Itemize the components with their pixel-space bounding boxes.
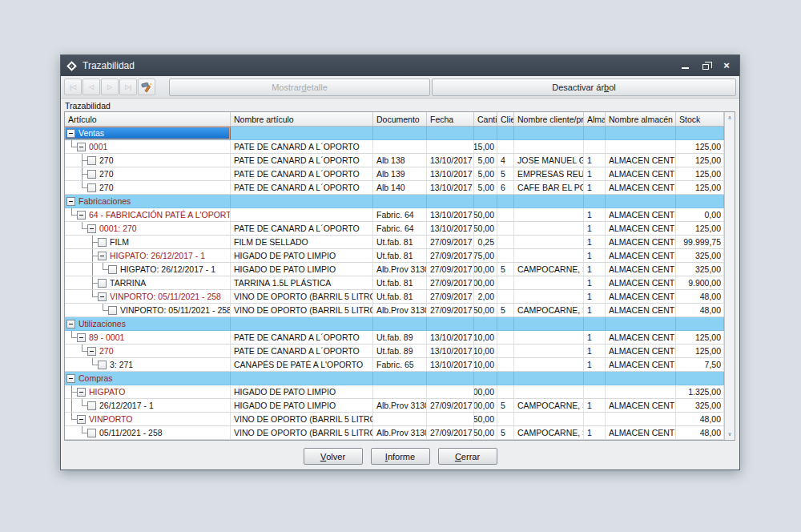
collapse-box-icon[interactable] bbox=[66, 197, 75, 206]
desactivar-arbol-button[interactable]: Desactivar árbol bbox=[432, 79, 736, 96]
table-row[interactable]: VINPORTOVINO DE OPORTO (BARRIL 5 LITROS)… bbox=[65, 413, 724, 426]
row-label: 0001: 270 bbox=[99, 222, 137, 235]
collapse-box-icon[interactable] bbox=[87, 347, 96, 356]
collapse-box-icon[interactable] bbox=[77, 211, 86, 220]
table-row[interactable]: VINPORTO: 05/11/2021 - 258VINO DE OPORTO… bbox=[65, 304, 724, 317]
table-row[interactable]: HIGPATOHIGADO DE PATO LIMPIO500,001.325,… bbox=[65, 385, 724, 399]
collapse-box-icon[interactable] bbox=[77, 143, 86, 151]
cell-fecha: 27/09/2017 bbox=[427, 290, 474, 303]
table-row[interactable]: 64 - FABRICACIÓN PATÉ A L'OPORTOFabric. … bbox=[65, 208, 724, 222]
articulo-cell: TARRINA bbox=[65, 276, 231, 289]
tree-line bbox=[66, 236, 77, 248]
collapse-box-icon[interactable] bbox=[77, 388, 86, 397]
table-row[interactable]: 270PATE DE CANARD A L´OPORTOUt.fab. 8913… bbox=[65, 345, 724, 358]
column-header-nombre_cliente[interactable]: Nombre cliente/prov bbox=[514, 112, 584, 126]
cell-fecha: 27/09/2017 bbox=[427, 249, 474, 262]
table-row[interactable]: 0001: 270PATE DE CANARD A L´OPORTOFabric… bbox=[65, 222, 724, 236]
collapse-box-icon[interactable] bbox=[98, 252, 107, 260]
table-row[interactable]: 3: 271CANAPÉS DE PATÉ A L'OPORTOFabric. … bbox=[65, 358, 724, 372]
articulo-cell: 270 bbox=[65, 181, 231, 194]
scroll-up-icon[interactable]: ∧ bbox=[725, 112, 735, 123]
cell-nombre: VINO DE OPORTO (BARRIL 5 LITROS) bbox=[231, 413, 373, 425]
cerrar-button[interactable]: Cerrar bbox=[438, 448, 497, 465]
cell-nombre: HIGADO DE PATO LIMPIO bbox=[231, 385, 373, 398]
row-label: HIGPATO: 26/12/2017 - 1 bbox=[109, 249, 205, 262]
cell-cliente bbox=[497, 222, 514, 235]
cell-nombre_almacen: ALMACEN CENTRAL bbox=[606, 236, 676, 248]
vertical-scrollbar[interactable]: ∧ ∨ bbox=[724, 112, 735, 440]
tree-line bbox=[66, 167, 77, 180]
collapse-box-icon[interactable] bbox=[66, 374, 75, 383]
cell-documento: Alb 140 bbox=[373, 181, 427, 194]
tools-button[interactable] bbox=[138, 79, 155, 95]
cell-nombre_almacen bbox=[606, 413, 676, 425]
table-row[interactable]: 270PATE DE CANARD A L´OPORTOAlb 13913/10… bbox=[65, 167, 724, 181]
nav-first-button[interactable]: |◁ bbox=[64, 79, 82, 95]
row-label: 270 bbox=[99, 345, 114, 357]
column-header-nombre[interactable]: Nombre artículo bbox=[231, 112, 373, 126]
collapse-box-icon[interactable] bbox=[87, 224, 96, 233]
articulo-cell: 270 bbox=[65, 154, 231, 167]
table-row[interactable]: 270PATE DE CANARD A L´OPORTOAlb 13813/10… bbox=[65, 154, 724, 167]
table-row[interactable]: 89 - 0001PATE DE CANARD A L´OPORTOUt.fab… bbox=[65, 331, 724, 345]
group-row[interactable]: Fabricaciones bbox=[65, 195, 724, 208]
column-header-fecha[interactable]: Fecha bbox=[427, 112, 474, 126]
column-header-articulo[interactable]: Artículo bbox=[65, 112, 231, 126]
column-header-almacen[interactable]: Almacén bbox=[584, 112, 606, 126]
informe-button[interactable]: Informe bbox=[371, 448, 430, 465]
table-row[interactable]: HIGPATO: 26/12/2017 - 1HIGADO DE PATO LI… bbox=[65, 263, 724, 276]
column-header-documento[interactable]: Documento bbox=[373, 112, 427, 126]
collapse-box-icon[interactable] bbox=[98, 292, 107, 301]
tree-line bbox=[66, 290, 77, 303]
column-header-stock[interactable]: Stock bbox=[676, 112, 724, 126]
close-button[interactable]: × bbox=[721, 60, 732, 71]
cell-fecha bbox=[427, 372, 474, 385]
group-row[interactable]: Utilizaciones bbox=[65, 317, 724, 331]
first-record-icon: |◁ bbox=[70, 83, 76, 91]
cell-nombre: PATE DE CANARD A L´OPORTO bbox=[231, 167, 373, 180]
nav-last-button[interactable]: ▷| bbox=[119, 79, 137, 95]
table-row[interactable]: 26/12/2017 - 1HIGADO DE PATO LIMPIOAlb.P… bbox=[65, 399, 724, 413]
collapse-box-icon[interactable] bbox=[66, 129, 75, 138]
restore-button[interactable] bbox=[700, 60, 711, 71]
volver-button[interactable]: Volver bbox=[304, 448, 363, 465]
minimize-button[interactable] bbox=[679, 60, 690, 71]
tree-line bbox=[87, 236, 98, 248]
nav-prev-button[interactable]: ◁ bbox=[83, 79, 100, 95]
collapse-box-icon[interactable] bbox=[66, 320, 75, 328]
column-header-nombre_almacen[interactable]: Nombre almacén bbox=[606, 112, 676, 126]
collapse-box-icon[interactable] bbox=[77, 415, 86, 424]
articulo-cell: Utilizaciones bbox=[65, 317, 231, 330]
column-header-cliente[interactable]: Cliente bbox=[497, 112, 514, 126]
scroll-down-icon[interactable]: ∨ bbox=[725, 429, 735, 440]
cell-almacen: 1 bbox=[584, 426, 606, 439]
cell-documento: Alb.Prov 31300 bbox=[373, 426, 427, 439]
collapse-box-icon[interactable] bbox=[77, 333, 86, 342]
table-row[interactable]: 05/11/2021 - 258VINO DE OPORTO (BARRIL 5… bbox=[65, 426, 724, 440]
cell-fecha: 27/09/2017 bbox=[427, 236, 474, 248]
table-row[interactable]: 0001PATE DE CANARD A L´OPORTO15,00125,00 bbox=[65, 140, 724, 154]
cell-fecha bbox=[427, 317, 474, 330]
articulo-cell: 05/11/2021 - 258 bbox=[65, 426, 231, 439]
column-header-cantidad[interactable]: Cantidad bbox=[474, 112, 497, 126]
group-row[interactable]: Ventas bbox=[65, 127, 724, 140]
row-label: FILM bbox=[109, 236, 129, 248]
titlebar[interactable]: Trazabilidad × bbox=[61, 55, 739, 76]
cell-cliente bbox=[497, 372, 514, 385]
cell-cliente bbox=[497, 317, 514, 330]
table-row[interactable]: FILMFILM DE SELLADOUt.fab. 8127/09/20170… bbox=[65, 236, 724, 249]
table-row[interactable]: HIGPATO: 26/12/2017 - 1HIGADO DE PATO LI… bbox=[65, 249, 724, 263]
group-row[interactable]: Compras bbox=[65, 372, 724, 385]
cell-nombre_cliente bbox=[514, 345, 584, 357]
cell-cantidad: 5,00 bbox=[474, 167, 497, 180]
table-row[interactable]: TARRINATARRINA 1.5L PLÁSTICAUt.fab. 8127… bbox=[65, 276, 724, 290]
cell-nombre: HIGADO DE PATO LIMPIO bbox=[231, 399, 373, 412]
nav-next-button[interactable]: ▷ bbox=[101, 79, 119, 95]
mostrar-detalle-button[interactable]: Mostrar detalle bbox=[169, 79, 430, 96]
leaf-box-icon bbox=[87, 170, 96, 179]
cell-almacen bbox=[584, 413, 606, 425]
table-row[interactable]: VINPORTO: 05/11/2021 - 258VINO DE OPORTO… bbox=[65, 290, 724, 304]
cell-nombre_cliente: EMPRESAS REUNIDA bbox=[514, 167, 584, 180]
tree-line bbox=[66, 331, 77, 344]
table-row[interactable]: 270PATE DE CANARD A L´OPORTOAlb 14013/10… bbox=[65, 181, 724, 195]
